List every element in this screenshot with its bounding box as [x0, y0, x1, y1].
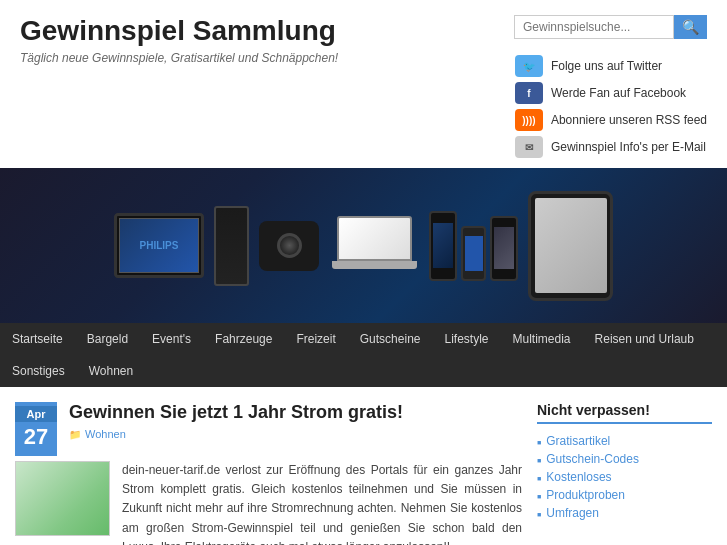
banner-tower [214, 206, 249, 286]
search-input[interactable] [514, 15, 674, 39]
nav-item-events[interactable]: Event's [140, 323, 203, 355]
banner-laptop [329, 216, 419, 276]
list-item[interactable]: Gratisartikel [537, 432, 712, 450]
search-icon: 🔍 [682, 19, 699, 35]
facebook-link[interactable]: f Werde Fan auf Facebook [515, 82, 707, 104]
twitter-icon: 🐦 [515, 55, 543, 77]
sidebar-section-links: Nicht verpassen! Gratisartikel Gutschein… [537, 402, 712, 522]
main-content: Apr 27 Gewinnen Sie jetzt 1 Jahr Strom g… [15, 402, 522, 545]
email-label: Gewinnspiel Info's per E-Mail [551, 140, 706, 154]
search-button[interactable]: 🔍 [674, 15, 707, 39]
sidebar: Nicht verpassen! Gratisartikel Gutschein… [537, 402, 712, 545]
nav-item-startseite[interactable]: Startseite [0, 323, 75, 355]
list-item[interactable]: Kostenloses [537, 468, 712, 486]
rss-icon: )))) [515, 109, 543, 131]
nav-item-multimedia[interactable]: Multimedia [501, 323, 583, 355]
rss-label: Abonniere unseren RSS feed [551, 113, 707, 127]
nav-item-reisen[interactable]: Reisen und Urlaub [583, 323, 706, 355]
post-date: Apr 27 [15, 402, 57, 456]
rss-link[interactable]: )))) Abonniere unseren RSS feed [515, 109, 707, 131]
banner-phones [429, 211, 518, 281]
email-link[interactable]: ✉ Gewinnspiel Info's per E-Mail [515, 136, 707, 158]
list-item[interactable]: Produktproben [537, 486, 712, 504]
nav-item-bargeld[interactable]: Bargeld [75, 323, 140, 355]
search-box: 🔍 [514, 15, 707, 39]
twitter-label: Folge uns auf Twitter [551, 59, 662, 73]
post-category: 📁 Wohnen [69, 428, 522, 440]
post-category-link[interactable]: Wohnen [85, 428, 126, 440]
nav-item-lifestyle[interactable]: Lifestyle [432, 323, 500, 355]
nav-item-gutscheine[interactable]: Gutscheine [348, 323, 433, 355]
nav-item-freizeit[interactable]: Freizeit [284, 323, 347, 355]
nav-item-sonstiges[interactable]: Sonstiges [0, 355, 77, 387]
post-day: 27 [15, 422, 57, 452]
tag-cloud: 2011 Apple Audi A3 Auto Brigitte Demous … [537, 537, 712, 545]
site-title: Gewinnspiel Sammlung [20, 15, 514, 47]
nav-item-fahrzeuge[interactable]: Fahrzeuge [203, 323, 284, 355]
post-image [15, 461, 110, 545]
banner-camera [259, 221, 319, 271]
list-item[interactable]: Umfragen [537, 504, 712, 522]
post-title: Gewinnen Sie jetzt 1 Jahr Strom gratis! [69, 402, 522, 423]
facebook-label: Werde Fan auf Facebook [551, 86, 686, 100]
post-month: Apr [15, 406, 57, 422]
sidebar-list: Gratisartikel Gutschein-Codes Kostenlose… [537, 432, 712, 522]
facebook-icon: f [515, 82, 543, 104]
post-text: dein-neuer-tarif.de verlost zur Eröffnun… [122, 461, 522, 545]
email-icon: ✉ [515, 136, 543, 158]
banner-tablet [528, 191, 613, 301]
folder-icon: 📁 [69, 429, 81, 440]
social-links: 🐦 Folge uns auf Twitter f Werde Fan auf … [515, 55, 707, 158]
post-item: Apr 27 Gewinnen Sie jetzt 1 Jahr Strom g… [15, 402, 522, 545]
sidebar-title: Nicht verpassen! [537, 402, 712, 424]
nav-item-wohnen[interactable]: Wohnen [77, 355, 145, 387]
banner: PHILIPS [0, 168, 727, 323]
site-subtitle: Täglich neue Gewinnspiele, Gratisartikel… [20, 51, 514, 65]
main-nav: Startseite Bargeld Event's Fahrzeuge Fre… [0, 323, 727, 387]
banner-tv: PHILIPS [114, 213, 204, 278]
list-item[interactable]: Gutschein-Codes [537, 450, 712, 468]
twitter-link[interactable]: 🐦 Folge uns auf Twitter [515, 55, 707, 77]
